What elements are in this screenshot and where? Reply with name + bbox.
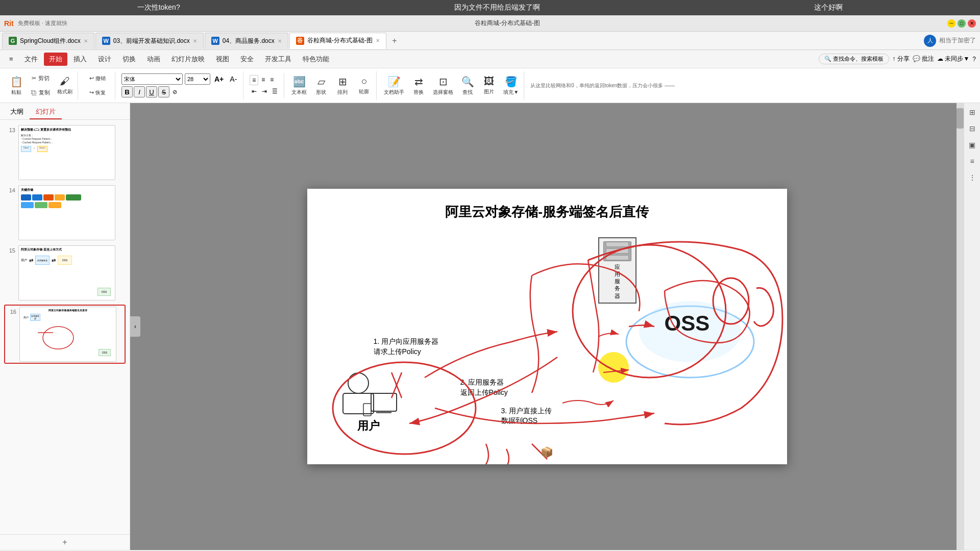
image-icon: 🖼 <box>484 76 494 87</box>
right-panel-btn-1[interactable]: ⊞ <box>965 105 979 119</box>
font-family-select[interactable]: 宋体 <box>121 73 183 85</box>
menu-design[interactable]: 设计 <box>93 53 116 66</box>
shape-button[interactable]: ▱ 形状 <box>311 71 331 100</box>
tab-main[interactable]: 谷 谷粒商城-分布式基础-图 ✕ <box>289 33 386 49</box>
format-icon: 🖌 <box>60 76 70 87</box>
sidebar-collapse-button[interactable]: ‹ <box>130 316 140 337</box>
close-button[interactable]: ✕ <box>968 19 976 28</box>
oss-label: OSS <box>665 311 710 336</box>
format-label: 格式刷 <box>57 88 72 95</box>
image-button[interactable]: 🖼 图片 <box>479 71 499 100</box>
slide-thumb-15[interactable]: 15 阿里云对象存储-直连上传方式 用户 ⇄ 应用服务器 ⇄ OSS OSS <box>4 244 126 302</box>
copy-button[interactable]: ⿻ 复制 <box>28 86 53 99</box>
italic-button[interactable]: I <box>134 86 145 97</box>
content-area[interactable]: 阿里云对象存储-服务端签名后直传 应用服务器 OSS <box>130 103 964 550</box>
font-decrease-button[interactable]: A- <box>228 74 239 84</box>
tab-bar: G SpringCloud组件.docx ✕ W 03、前端开发基础知识.doc… <box>0 32 980 50</box>
strikethrough-button[interactable]: S̶ <box>158 86 169 97</box>
align-left-button[interactable]: ≡ <box>250 75 258 85</box>
tab-product[interactable]: W 04、商品服务.docx ✕ <box>205 33 288 49</box>
scrollbar-thumb[interactable] <box>957 108 964 129</box>
right-panel-btn-2[interactable]: ⊟ <box>965 121 979 136</box>
tab-frontend[interactable]: W 03、前端开发基础知识.docx ✕ <box>95 33 204 49</box>
comment-btn[interactable]: 💬 批注 <box>913 55 934 63</box>
font-size-select[interactable]: 28 <box>185 73 210 85</box>
app-subtitle: 免费模板 · 速度就快 <box>18 19 67 27</box>
minimize-button[interactable]: ─ <box>947 19 955 28</box>
user-icon-svg <box>338 365 399 416</box>
slide-thumb-14[interactable]: 14 关键存储 <box>4 184 126 241</box>
undo-button[interactable]: ↩ 撤销 <box>82 72 113 85</box>
svg-point-4 <box>348 373 369 393</box>
menu-security[interactable]: 安全 <box>235 53 259 66</box>
find-button[interactable]: 🔍 查找 <box>457 71 478 100</box>
menu-features[interactable]: 特色功能 <box>298 53 334 66</box>
toolbar: 📋 粘贴 ✂ 剪切 ⿻ 复制 🖌 格式刷 ↩ 撤销 <box>0 68 980 103</box>
toolbar-group-tools: 📝 文档助手 ⇄ 替换 ⊡ 选择窗格 🔍 查找 🖼 图片 🪣 填充▼ <box>379 71 524 100</box>
tab-close-product[interactable]: ✕ <box>278 38 282 44</box>
tab-close-springcloud[interactable]: ✕ <box>84 38 88 44</box>
select-pane-button[interactable]: ⊡ 选择窗格 <box>430 71 456 100</box>
menu-animation[interactable]: 动画 <box>142 53 165 66</box>
align-right-button[interactable]: ≡ <box>268 75 276 85</box>
cut-label: 剪切 <box>38 74 50 82</box>
tab-close-frontend[interactable]: ✕ <box>193 38 197 44</box>
clear-format-button[interactable]: ⊘ <box>170 88 179 96</box>
arrange-button[interactable]: ⊞ 排列 <box>332 71 353 100</box>
format-button[interactable]: 🖌 格式刷 <box>54 71 76 100</box>
menu-devtools[interactable]: 开发工具 <box>260 53 297 66</box>
toolbar-group-undo: ↩ 撤销 ↪ 恢复 <box>80 72 115 99</box>
list-button[interactable]: ☰ <box>270 87 280 96</box>
menu-file[interactable]: 文件 <box>19 53 43 66</box>
new-tab-button[interactable]: + <box>387 34 402 48</box>
menu-bar: ≡ 文件 开始 插入 设计 切换 动画 幻灯片放映 视图 安全 开发工具 特色功… <box>0 50 980 68</box>
outline-label: 轮廓 <box>359 88 369 95</box>
tab-close-main[interactable]: ✕ <box>376 38 380 43</box>
help-btn[interactable]: ? <box>972 56 976 63</box>
underline-button[interactable]: U <box>146 86 157 97</box>
bold-button[interactable]: B <box>121 86 133 97</box>
replace-button[interactable]: ⇄ 替换 <box>408 71 429 100</box>
align-center-button[interactable]: ≡ <box>259 75 267 85</box>
paste-button[interactable]: 📋 粘贴 <box>6 71 27 100</box>
fill-button[interactable]: 🪣 填充▼ <box>500 71 522 100</box>
font-increase-button[interactable]: A+ <box>212 74 226 84</box>
slide-bottom-icon: 📦 <box>541 446 553 458</box>
comment-1: 一次性token? <box>137 3 180 12</box>
add-slide-button[interactable]: + <box>0 534 130 550</box>
find-icon: 🔍 <box>461 76 474 88</box>
tab-springcloud[interactable]: G SpringCloud组件.docx ✕ <box>2 33 94 49</box>
indent-more-button[interactable]: ⇥ <box>260 87 269 96</box>
assistant-button[interactable]: 📝 文档助手 <box>381 71 407 100</box>
comment-bar: 一次性token? 因为文件不用给后端发了啊 这个好啊 <box>0 0 980 15</box>
menu-home[interactable]: 开始 <box>44 53 67 66</box>
window-controls[interactable]: ─ □ ✕ <box>947 19 976 28</box>
arrange-label: 排列 <box>337 89 348 96</box>
cut-button[interactable]: ✂ 剪切 <box>28 72 53 85</box>
indent-less-button[interactable]: ⇤ <box>250 87 259 96</box>
slide-thumb-16[interactable]: 16 阿里云对象存储-服务端签名后直传 用户 应用服务器 OSS <box>4 305 126 364</box>
right-panel-btn-4[interactable]: ≡ <box>965 154 979 168</box>
outline-tab[interactable]: 大纲 <box>4 105 30 119</box>
menu-view[interactable]: 视图 <box>211 53 234 66</box>
right-panel-btn-5[interactable]: ⋮ <box>965 170 979 185</box>
sync-btn[interactable]: ☁ 未同步▼ <box>937 55 969 63</box>
slide-thumb-13[interactable]: 13 解决预签-(二) 复置多次请求并传预估 解决方案： - Current R… <box>4 124 126 181</box>
vertical-scrollbar[interactable] <box>957 103 964 550</box>
share-btn[interactable]: ↑ 分享 <box>892 55 909 63</box>
menu-insert[interactable]: 插入 <box>68 53 92 66</box>
menu-slideshow[interactable]: 幻灯片放映 <box>166 53 210 66</box>
redo-button[interactable]: ↪ 恢复 <box>82 86 113 99</box>
slides-tab[interactable]: 幻灯片 <box>30 105 62 119</box>
menu-transition[interactable]: 切换 <box>117 53 141 66</box>
slide-title: 阿里云对象存储-服务端签名后直传 <box>333 203 762 221</box>
menu-hamburger[interactable]: ≡ <box>4 53 18 65</box>
outline-button[interactable]: ○ 轮廓 <box>354 71 374 100</box>
textbox-button[interactable]: 🔤 文本框 <box>288 71 310 100</box>
redo-icon: ↪ <box>89 89 94 96</box>
copy-label: 复制 <box>39 89 50 96</box>
right-panel-btn-3[interactable]: ▣ <box>965 138 979 152</box>
slide-number-15: 15 <box>5 245 15 254</box>
search-templates[interactable]: 🔍 查找命令、搜索模板 <box>819 54 889 64</box>
maximize-button[interactable]: □ <box>958 19 966 28</box>
